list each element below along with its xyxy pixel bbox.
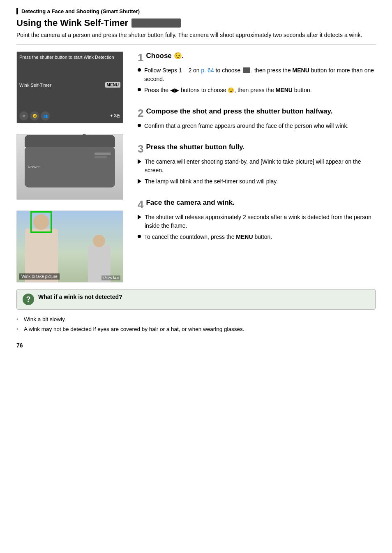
page-number: 76 xyxy=(16,342,376,349)
step-1-heading-text: Choose xyxy=(146,52,171,60)
step-3: 3 Press the shutter button fully. The ca… xyxy=(138,143,376,186)
bullet-circle-icon-3 xyxy=(138,124,141,127)
page-link[interactable]: p. 64 xyxy=(201,67,214,74)
step-4-heading-text: Face the camera and wink. xyxy=(146,198,376,207)
steps-column: 1 Choose 😉. Follow Steps 1 – 2 on p. 64 … xyxy=(134,51,376,282)
info-box: ? What if a wink is not detected? xyxy=(16,289,376,310)
step-3-bullet-1: The camera will enter shooting stand-by,… xyxy=(138,157,376,175)
step-1-bullet-1: Follow Steps 1 – 2 on p. 64 to choose , … xyxy=(138,66,376,83)
main-content: Press the shutter button to start Wink D… xyxy=(16,51,376,282)
step-3-heading-text: Press the shutter button fully. xyxy=(146,143,376,152)
step-2: 2 Compose the shot and press the shutter… xyxy=(138,107,376,130)
lcd-icon-1: ☺ xyxy=(19,111,28,120)
tip-bullet-2: • xyxy=(16,325,22,333)
step-2-heading-text: Compose the shot and press the shutter b… xyxy=(146,107,376,116)
step-4-bullet-2: To cancel the countdown, press the MENU … xyxy=(138,233,376,241)
step-3-heading: 3 Press the shutter button fully. xyxy=(138,143,376,154)
step-1-bullets: Follow Steps 1 – 2 on p. 64 to choose , … xyxy=(138,66,376,95)
intro-text: Point the camera at a person and press t… xyxy=(16,31,376,39)
tips-list: • Wink a bit slowly. • A wink may not be… xyxy=(16,315,376,334)
camera-icon xyxy=(243,67,250,73)
step-2-bullets: Confirm that a green frame appears aroun… xyxy=(138,122,376,130)
step-4-bullets: The shutter will release approximately 2… xyxy=(138,213,376,241)
bullet-circle-icon xyxy=(138,68,141,72)
bullet-circle-icon-4 xyxy=(138,235,141,238)
arrow-icon-3 xyxy=(138,215,141,220)
image-column: Press the shutter button to start Wink D… xyxy=(16,51,134,282)
lcd-menu: MENU xyxy=(105,82,120,88)
step-3-bullet-2: The lamp will blink and the self-timer s… xyxy=(138,177,376,186)
lcd-icon-2: 😉 xyxy=(30,111,39,120)
top-label: Detecting a Face and Shooting (Smart Shu… xyxy=(16,8,376,14)
green-detection-frame xyxy=(30,211,52,233)
step-1-bullet-2: Press the ◀▶ buttons to choose 😉, then p… xyxy=(138,86,376,95)
step-2-bullet-1: Confirm that a green frame appears aroun… xyxy=(138,122,376,130)
arrow-icon-2 xyxy=(138,179,141,184)
divider xyxy=(16,44,376,45)
lcd-count: ✦ 3枚 xyxy=(110,113,120,119)
title-decoration xyxy=(131,19,181,28)
wink-bottom-info: 1/125 f4.0 xyxy=(101,275,120,280)
tip-1: • Wink a bit slowly. xyxy=(16,315,376,324)
bullet-circle-icon-2 xyxy=(138,88,141,91)
info-box-heading: What if a wink is not detected? xyxy=(38,294,122,300)
lcd-bottom-label: Wink Self-Timer xyxy=(19,83,51,88)
question-icon: ? xyxy=(23,294,34,305)
wink-to-take-label: Wink to take picture xyxy=(19,273,60,280)
step-1: 1 Choose 😉. Follow Steps 1 – 2 on p. 64 … xyxy=(138,51,376,95)
step-4: 4 Face the camera and wink. The shutter … xyxy=(138,198,376,241)
onoff-label: ON/OFF xyxy=(28,165,40,169)
step-3-bullets: The camera will enter shooting stand-by,… xyxy=(138,157,376,186)
camera-shape: ON/OFF xyxy=(25,146,115,187)
camera-lcd-image: Press the shutter button to start Wink D… xyxy=(16,51,123,123)
step-1-heading: 1 Choose 😉. xyxy=(138,51,376,63)
section-title: Using the Wink Self-Timer xyxy=(16,18,376,28)
tip-bullet-1: • xyxy=(16,315,22,324)
person-wink-image: Wink to take picture 1/125 f4.0 xyxy=(16,211,123,282)
tip-2: • A wink may not be detected if eyes are… xyxy=(16,325,376,333)
step-2-heading: 2 Compose the shot and press the shutter… xyxy=(138,107,376,118)
lcd-icon-3: 👥 xyxy=(41,111,50,120)
lcd-top-text: Press the shutter button to start Wink D… xyxy=(19,54,120,60)
title-text: Using the Wink Self-Timer xyxy=(16,18,128,28)
step-4-bullet-1: The shutter will release approximately 2… xyxy=(138,213,376,230)
step-4-heading: 4 Face the camera and wink. xyxy=(138,198,376,210)
wink-icon-inline: 😉. xyxy=(174,52,184,59)
arrow-icon-1 xyxy=(138,159,141,164)
camera-body-image: ON/OFF xyxy=(16,134,123,200)
